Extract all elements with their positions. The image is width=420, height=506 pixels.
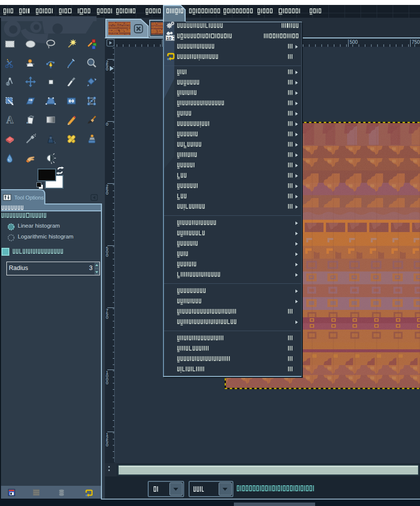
svg-text:0: 0 [106, 253, 108, 258]
svg-text:0: 0 [106, 122, 108, 127]
svg-text:A: A [6, 114, 14, 125]
svg-text:750: 750 [412, 39, 420, 45]
svg-text:0: 0 [106, 191, 108, 196]
svg-text:0: 0 [106, 315, 108, 320]
svg-text:500: 500 [350, 39, 358, 45]
svg-text:0: 0 [106, 67, 108, 71]
svg-text:10: 10 [166, 36, 171, 41]
svg-text:0: 0 [106, 442, 108, 447]
svg-text:0: 0 [106, 380, 108, 385]
